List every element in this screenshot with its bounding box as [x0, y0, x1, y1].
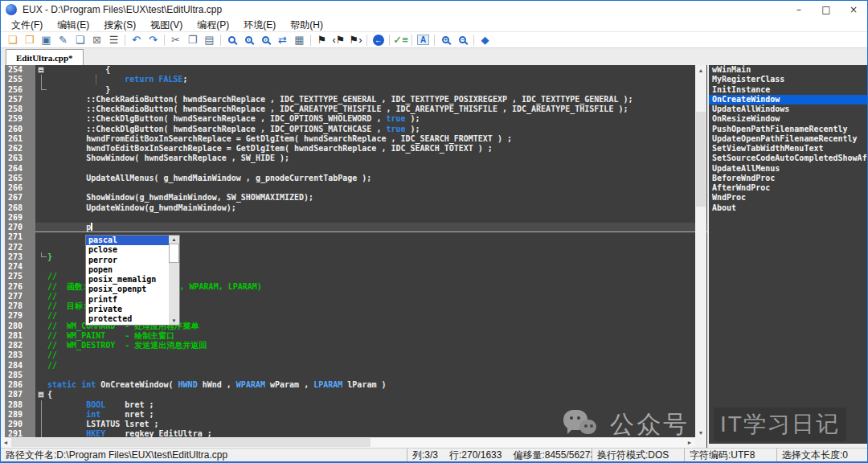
minimize-button[interactable]: –	[785, 1, 813, 18]
code-line[interactable]: 268 UpdateWindow(g_hwndMainWindow);	[5, 203, 707, 213]
function-list-item[interactable]: OnResizeWindow	[709, 114, 867, 124]
popup-scroll-up-icon[interactable]: ▲	[169, 236, 179, 244]
editor-vertical-scrollbar[interactable]: ▲ ▼	[695, 65, 706, 437]
code-line[interactable]: 261 hwndFromEditBoxInSearchReplace = Get…	[5, 134, 707, 144]
syntax-highlight-button[interactable]: A	[415, 33, 432, 47]
scroll-up-arrow-icon[interactable]: ▲	[695, 65, 706, 75]
code-line[interactable]: 287{	[5, 390, 707, 399]
function-list-item[interactable]: InitInstance	[709, 85, 867, 95]
code-line[interactable]: 260 ::CheckDlgButton( hwndSearchReplace …	[5, 125, 707, 134]
code-line[interactable]: 259 ::CheckDlgButton( hwndSearchReplace …	[5, 114, 707, 124]
close-file-button[interactable]: ⊠	[88, 33, 105, 47]
file-list-button[interactable]: ☰	[105, 33, 122, 47]
autocomplete-item[interactable]: posix_openpt	[86, 285, 169, 294]
code-line[interactable]: 270 p	[5, 223, 707, 232]
document-tab[interactable]: EditUltra.cpp*	[6, 49, 84, 65]
scroll-left-arrow-icon[interactable]: ◄	[1, 440, 10, 445]
function-list-item[interactable]: PushOpenPathFilenameRecently	[709, 125, 867, 134]
scroll-down-arrow-icon[interactable]: ▼	[695, 428, 706, 437]
autocomplete-item[interactable]: pascal	[86, 236, 169, 245]
find-in-files-button[interactable]: ▦	[291, 33, 308, 47]
autocomplete-item[interactable]: perror	[86, 256, 169, 265]
autocomplete-item[interactable]: protected	[86, 314, 169, 324]
function-list-item[interactable]: MyRegisterClass	[709, 75, 867, 84]
code-line[interactable]: 290 LSTATUS lsret ;	[5, 420, 707, 429]
horizontal-scroll-thumb[interactable]	[11, 438, 371, 447]
code-line[interactable]: 285	[5, 371, 707, 380]
find-prev-button[interactable]: ‹	[240, 33, 257, 47]
scroll-right-arrow-icon[interactable]: ►	[685, 440, 694, 445]
copy-button[interactable]: ❐	[184, 33, 201, 47]
newline-mode-button[interactable]: ✓≡	[392, 33, 409, 47]
autocomplete-item[interactable]: popen	[86, 265, 169, 275]
code-line[interactable]: 282// WM_DESTROY - 发送退出消息并返回	[5, 341, 707, 350]
save-file-button[interactable]: ▣	[38, 33, 55, 47]
fold-marker[interactable]	[38, 67, 44, 73]
cut-button[interactable]: ✂	[167, 33, 184, 47]
code-line[interactable]: 283//	[5, 350, 707, 360]
autocomplete-item[interactable]: printf	[86, 295, 169, 305]
popup-scroll-down-icon[interactable]: ▼	[169, 317, 179, 325]
undo-button[interactable]: ↶	[128, 33, 145, 47]
code-line[interactable]: 255 return FALSE;	[5, 75, 707, 84]
menu-item[interactable]: 文件(F)	[4, 18, 50, 32]
paste-button[interactable]: ▤	[201, 33, 218, 47]
redo-button[interactable]: ↷	[145, 33, 162, 47]
save-all-files-button[interactable]: ❏	[72, 33, 88, 47]
save-file-as-button[interactable]: ✎	[55, 33, 72, 47]
vertical-scroll-thumb[interactable]	[696, 112, 706, 207]
replace-button[interactable]: ⇄	[274, 33, 291, 47]
code-line[interactable]: 256 }	[5, 85, 707, 95]
code-line[interactable]: 267 ShowWindow(g_hwndMainWindow, SW_SHOW…	[5, 193, 707, 203]
menu-item[interactable]: 编程(P)	[190, 18, 236, 32]
function-list-item[interactable]: SetSourceCodeAutoCompletedShowAf	[709, 154, 867, 163]
function-list-item[interactable]: UpdateOpenPathFilenameRecently	[709, 134, 867, 144]
function-list-item[interactable]: OnCreateWindow	[709, 95, 867, 104]
navigate-back-button[interactable]: ←	[370, 33, 387, 47]
code-line[interactable]: 258 ::CheckRadioButton( hwndSearchReplac…	[5, 104, 707, 114]
code-line[interactable]: 284//	[5, 361, 707, 371]
function-list-item[interactable]: UpdateAllMenus	[709, 164, 867, 174]
code-line[interactable]: 269	[5, 213, 707, 223]
code-line[interactable]: 286static int OnCreateWindow( HWND hWnd …	[5, 380, 707, 390]
function-list-item[interactable]: BeforeWndProc	[709, 174, 867, 183]
code-line[interactable]: 266	[5, 183, 707, 193]
code-line[interactable]: 281// WM_PAINT - 绘制主窗口	[5, 331, 707, 341]
autocomplete-item[interactable]: pclose	[86, 245, 169, 255]
function-list-item[interactable]: WndProc	[709, 193, 867, 203]
popup-scroll-thumb[interactable]	[169, 244, 179, 263]
menu-item[interactable]: 搜索(S)	[96, 18, 143, 32]
menu-item[interactable]: 视图(V)	[143, 18, 190, 32]
code-line[interactable]: 263 ShowWindow( hwndSearchReplace , SW_H…	[5, 154, 707, 163]
menu-item[interactable]: 帮助(H)	[283, 18, 330, 32]
new-file-button[interactable]: ❏	[4, 33, 21, 47]
function-list-item[interactable]: wWinMain	[709, 65, 867, 75]
fold-marker[interactable]	[38, 391, 44, 398]
open-file-button[interactable]: ❒	[21, 33, 38, 47]
code-line[interactable]: 257 ::CheckRadioButton( hwndSearchReplac…	[5, 95, 707, 104]
popup-scrollbar[interactable]: ▲ ▼	[169, 236, 179, 325]
zoom-in-button[interactable]: +	[437, 33, 454, 47]
editor-horizontal-scrollbar[interactable]: ◄ ►	[1, 437, 695, 448]
prev-bookmark-button[interactable]: ‹⚑	[330, 33, 347, 47]
function-list-item[interactable]: SetViewTabWidthMenuText	[709, 144, 867, 154]
menu-item[interactable]: 环境(E)	[236, 18, 283, 32]
autocomplete-item[interactable]: posix_memalign	[86, 275, 169, 285]
find-next-button[interactable]: ›	[257, 33, 274, 47]
find-button[interactable]	[223, 33, 240, 47]
menu-item[interactable]: 编辑(E)	[50, 18, 96, 32]
function-list-item[interactable]: About	[709, 203, 867, 213]
code-line[interactable]: 288 BOOL bret ;	[5, 400, 707, 410]
about-button[interactable]: ◆	[477, 33, 493, 47]
close-button[interactable]: ×	[840, 1, 867, 18]
next-bookmark-button[interactable]: ⚑›	[347, 33, 364, 47]
function-list-item[interactable]: AfterWndProc	[709, 183, 867, 193]
zoom-out-button[interactable]: −	[454, 33, 471, 47]
function-list-item[interactable]: UpdateAllWindows	[709, 104, 867, 114]
bookmark-button[interactable]: ⚑	[313, 33, 330, 47]
maximize-button[interactable]: □	[813, 1, 840, 18]
code-line[interactable]: 289 int nret ;	[5, 410, 707, 420]
code-line[interactable]: 264	[5, 164, 707, 174]
code-line[interactable]: 254 {	[5, 65, 707, 75]
code-line[interactable]: 265 UpdateAllMenus( g_hwndMainWindow , g…	[5, 174, 707, 183]
